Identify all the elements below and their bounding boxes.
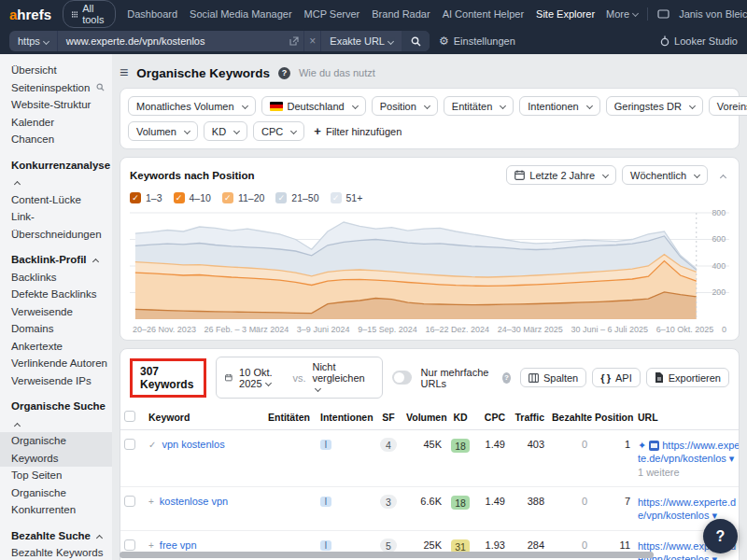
url-caret-icon[interactable]: ▾	[709, 553, 717, 560]
sidebar-item-defekte-backlinks[interactable]: Defekte Backlinks	[11, 286, 108, 303]
tracked-check-icon[interactable]: ✓	[148, 440, 156, 450]
table-date-dropdown[interactable]: 10 Okt. 2025	[239, 367, 286, 389]
filter-geringstes-dr[interactable]: Geringstes DR	[606, 96, 703, 116]
sidebar-item-content-l-cke[interactable]: Content-Lücke	[11, 191, 108, 209]
open-external-icon[interactable]	[285, 36, 303, 46]
howto-link[interactable]: Wie du das nutzt	[299, 67, 375, 78]
info-icon[interactable]: ?	[502, 372, 511, 384]
more-menu[interactable]: More	[606, 8, 638, 20]
mode-dropdown[interactable]: Exakte URL	[321, 31, 402, 51]
sidebar-item-top-seiten[interactable]: Top Seiten	[11, 467, 108, 484]
filter-monatliches-volumen[interactable]: Monatliches Volumen	[128, 96, 256, 116]
chevron-down-icon	[586, 103, 593, 109]
legend-checkbox-icon[interactable]: ✓	[222, 192, 233, 203]
collapse-chart-icon[interactable]	[713, 170, 729, 181]
sidebar-item--bersicht[interactable]: Übersicht	[11, 62, 108, 79]
granularity-button[interactable]: Wöchentlich	[622, 165, 708, 185]
date-range-button[interactable]: Letzte 2 Jahre	[506, 165, 616, 185]
chevron-down-icon	[184, 128, 190, 134]
sidebar-item-ankertexte[interactable]: Ankertexte	[11, 338, 108, 356]
api-button[interactable]: { } API	[592, 368, 641, 387]
sidebar-section-organische-suche[interactable]: Organische Suche	[11, 398, 108, 432]
filter-cpc[interactable]: CPC	[253, 121, 304, 141]
sidebar: ÜbersichtSeiteninspektion Website-Strukt…	[0, 54, 112, 560]
keyword-link[interactable]: kostenlose vpn	[160, 496, 228, 507]
nav-item-dashboard[interactable]: Dashboard	[127, 8, 177, 20]
sidebar-item-organische-konkurrenten[interactable]: Organische Konkurrenten	[11, 484, 108, 519]
filter-label: Position	[380, 101, 416, 112]
settings-button[interactable]: ⚙ Einstellungen	[439, 35, 515, 48]
export-button[interactable]: Exportieren	[646, 368, 729, 387]
filter-kd[interactable]: KD	[204, 121, 247, 141]
account-menu[interactable]: Janis von Bleich...	[679, 8, 747, 20]
filter-intentionen[interactable]: Intentionen	[519, 96, 599, 116]
row-checkbox[interactable]	[124, 539, 135, 551]
all-tools-button[interactable]: All tools	[63, 0, 116, 28]
sidebar-item-bezahlte-keywords[interactable]: Bezahlte Keywords	[11, 544, 108, 560]
keywords-table: KeywordEntitätenIntentionenSFVolumenKDCP…	[120, 407, 740, 560]
nav-item-mcp-server[interactable]: MCP Server	[304, 8, 360, 20]
filter-entit-ten[interactable]: Entitäten	[444, 96, 514, 116]
sidebar-item-backlinks[interactable]: Backlinks	[11, 269, 108, 287]
clear-url-icon[interactable]: ×	[304, 35, 320, 48]
search-button[interactable]	[402, 31, 430, 51]
sidebar-item-verweisende-domains[interactable]: Verweisende Domains	[11, 303, 108, 338]
sidebar-section-bezahlte-suche[interactable]: Bezahlte Suche	[11, 527, 108, 545]
row-checkbox[interactable]	[124, 439, 135, 450]
add-filter-button[interactable]: +Filter hinzufügen	[310, 124, 405, 138]
horizontal-scrollbar[interactable]	[120, 552, 654, 558]
multiple-urls-toggle[interactable]	[392, 371, 412, 385]
help-fab[interactable]: ?	[703, 519, 738, 553]
url-input[interactable]: www.experte.de/vpn/kostenlos	[58, 35, 285, 47]
sidebar-item-verweisende-ips[interactable]: Verweisende IPs	[11, 372, 108, 390]
sidebar-item-organische-keywords[interactable]: Organische Keywords	[0, 432, 112, 467]
sidebar-item-seiteninspektion[interactable]: Seiteninspektion	[11, 79, 108, 97]
hamburger-icon[interactable]: ≡	[120, 64, 128, 81]
legend-checkbox-icon[interactable]: ✓	[275, 192, 287, 203]
nav-item-ai-content-helper[interactable]: AI Content Helper	[443, 8, 524, 20]
legend-checkbox-icon[interactable]: ✓	[130, 192, 141, 203]
legend-item-21-50[interactable]: ✓21–50	[275, 192, 318, 203]
help-circle-icon[interactable]: ?	[278, 67, 290, 79]
compare-dropdown[interactable]: Nicht vergleichen	[312, 361, 373, 395]
nav-item-brand-radar[interactable]: Brand Radar	[372, 8, 430, 20]
url-link[interactable]: ✦https://www.experte.de/vpn/kostenlos ▾	[638, 439, 740, 465]
keyword-link[interactable]: free vpn	[160, 539, 197, 551]
sidebar-item-kalender[interactable]: Kalender	[11, 114, 108, 132]
sidebar-item-link-berschneidungen[interactable]: Link-Überschneidungen	[11, 208, 108, 243]
sidebar-section-backlink-profil[interactable]: Backlink-Profil	[11, 251, 108, 269]
columns-button[interactable]: Spalten	[520, 368, 586, 387]
more-urls-label[interactable]: 1 weitere	[638, 467, 740, 478]
sidebar-item-chancen[interactable]: Chancen	[11, 131, 108, 148]
row-checkbox[interactable]	[124, 496, 135, 507]
braces-icon: { }	[600, 372, 611, 384]
sidebar-section-konkurrenzanalyse[interactable]: Konkurrenzanalyse	[11, 157, 108, 191]
sidebar-item-verlinkende-autoren[interactable]: Verlinkende Autoren	[11, 355, 108, 372]
sidebar-item-website-struktur[interactable]: Website-Struktur	[11, 96, 108, 114]
legend-item-51+[interactable]: ✓51+	[331, 192, 363, 203]
scheme-dropdown[interactable]: https	[9, 31, 57, 51]
filter-volumen[interactable]: Volumen	[128, 121, 198, 141]
gear-icon: ⚙	[439, 35, 449, 48]
add-plus-icon[interactable]: +	[148, 540, 154, 551]
legend-item-11-20[interactable]: ✓11–20	[222, 192, 264, 203]
nav-item-social-media-manager[interactable]: Social Media Manager	[190, 8, 291, 20]
keyword-link[interactable]: vpn kostenlos	[162, 439, 224, 450]
nav-item-site-explorer[interactable]: Site Explorer	[536, 8, 595, 20]
legend-item-1-3[interactable]: ✓1–3	[130, 192, 162, 203]
filter-deutschland[interactable]: Deutschland	[261, 96, 366, 116]
legend-checkbox-icon[interactable]: ✓	[174, 192, 185, 203]
url-link[interactable]: https://www.experte.de/vpn/kostenlos ▾	[638, 496, 740, 522]
legend-item-4-10[interactable]: ✓4–10	[174, 192, 211, 203]
x-axis-label: 6–10 Okt. 2025	[656, 325, 714, 334]
select-all-checkbox[interactable]	[124, 411, 135, 422]
filter-label: Intentionen	[528, 101, 578, 112]
add-plus-icon[interactable]: +	[148, 497, 154, 507]
looker-studio-link[interactable]: Looker Studio	[660, 35, 738, 47]
url-caret-icon[interactable]: ▾	[726, 453, 735, 464]
ahrefs-logo[interactable]: ahrefs	[9, 7, 51, 22]
legend-checkbox-icon[interactable]: ✓	[331, 192, 342, 203]
filter-position[interactable]: Position	[372, 96, 438, 116]
presets-button[interactable]: Voreinstellungen	[709, 96, 747, 116]
row-select-cell	[120, 430, 145, 487]
